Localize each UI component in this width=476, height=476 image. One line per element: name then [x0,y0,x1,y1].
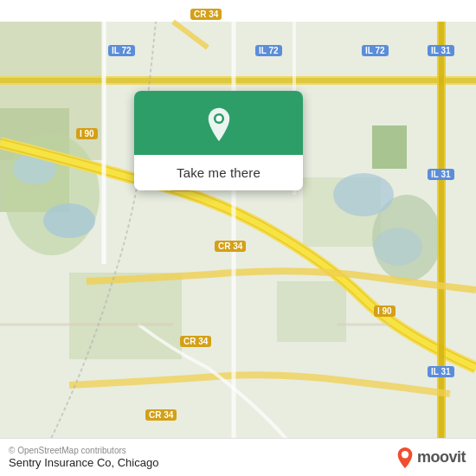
road-label-il72-center: IL 72 [255,45,282,56]
popup-green-area [134,91,303,155]
road-label-il31-lower: IL 31 [428,366,454,377]
map-svg [0,0,476,476]
svg-rect-8 [277,281,346,342]
moovit-brand-text: moovit [417,448,466,466]
road-label-i90-left: I 90 [76,128,98,139]
bottom-info: © OpenStreetMap contributors Sentry Insu… [9,446,158,469]
bottom-bar: © OpenStreetMap contributors Sentry Insu… [0,438,476,476]
popup-button-area[interactable]: Take me there [134,155,303,190]
moovit-logo: moovit [396,447,466,469]
popup-card: Take me there [134,91,303,190]
svg-point-12 [374,228,422,266]
svg-point-15 [402,451,408,458]
svg-rect-7 [69,273,182,359]
svg-point-14 [215,116,222,122]
osm-attribution: © OpenStreetMap contributors [9,446,158,455]
location-name: Sentry Insurance Co, Chicago [9,456,158,469]
svg-point-11 [333,173,394,216]
svg-point-9 [43,203,95,238]
moovit-pin-icon [396,447,415,469]
road-label-cr34-bottom: CR 34 [145,409,177,421]
map-container: CR 34 IL 72 IL 72 IL 72 IL 31 I 90 I 90 … [0,0,476,476]
road-label-il72-left: IL 72 [108,45,135,56]
svg-rect-5 [372,125,407,169]
location-pin-icon [201,106,237,143]
road-label-il31-top: IL 31 [428,45,454,56]
road-label-i90-bottom: I 90 [374,306,396,317]
take-me-there-button[interactable]: Take me there [177,165,261,180]
road-label-cr34-mid: CR 34 [215,241,246,252]
road-label-cr34-lower: CR 34 [180,336,211,347]
road-label-il72-right: IL 72 [362,45,389,56]
road-label-cr34-top: CR 34 [190,9,222,20]
road-label-il31-mid: IL 31 [428,169,454,180]
